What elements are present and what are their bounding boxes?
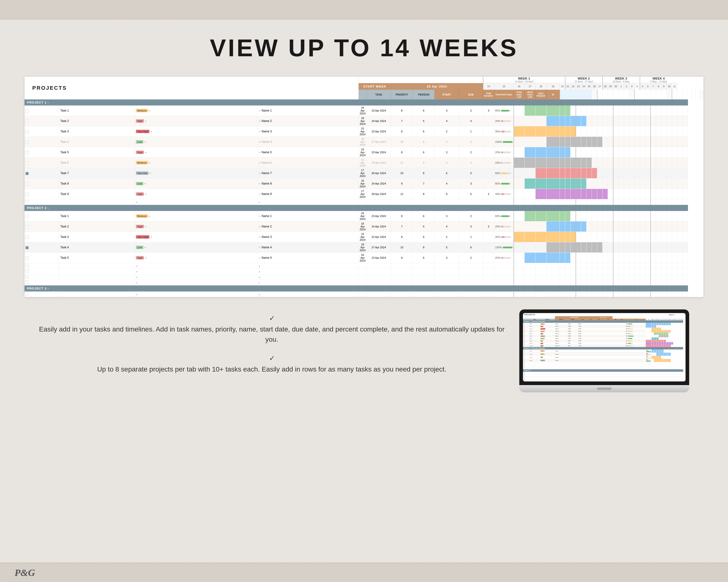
laptop-section: PROJECTSWEEK 1START WEEK13 Mar 2024TASKP…: [519, 309, 689, 392]
task-row: Task 1 Medium ▼ ▼ Name 1 16 Apr 2024 23 …: [25, 211, 703, 221]
wleft-col-header: Work Days Left: [525, 90, 536, 100]
start-week-label: START WEEK: [358, 83, 391, 90]
project-header: PROJECT 1 -: [25, 100, 703, 106]
task-row: Task 8 Low ▼ ▼ Name 8 16 Apr 2024 24 Apr…: [25, 178, 703, 189]
main-content: VIEW UP TO 14 WEEKS PROJECTS WEEK 1 14 A…: [0, 20, 728, 402]
empty-row: ▼▼: [25, 292, 703, 297]
priority-col-header: PRIORITY: [391, 90, 413, 100]
task-row: Task 7 Very low ▼ ▼ Name 7 17 Apr 2024 2…: [25, 168, 703, 178]
feature-text-2: Up to 8 separate projects per tab with 1…: [39, 364, 505, 375]
empty-row: ▼▼: [25, 274, 703, 280]
delayed-col-header: Days Delayed: [536, 90, 546, 100]
page-title: VIEW UP TO 14 WEEKS: [24, 34, 704, 62]
task-row: Task 4 Low ▼ ▼ Name 4 18 Apr 2024 27 Apr…: [25, 242, 703, 253]
task-row: Task 3 Very high ▼ ▼ Name 3 15 Apr 2024 …: [25, 232, 703, 242]
bottom-section: ✓ Easily add in your tasks and timelines…: [24, 309, 704, 392]
task-row: Task 3 Very high ▼ ▼ Name 3 15 Apr 2024 …: [25, 126, 703, 137]
week4-header: WEEK 4 5 May - 11 May: [640, 77, 677, 83]
task-row: Task 4 Low ▼ ▼ Name 4 18 Apr 2024 27 Apr…: [25, 137, 703, 147]
project-header: PROJECT 2 -: [25, 205, 703, 211]
empty-row: ▼▼: [25, 263, 703, 269]
logo: P&G: [15, 567, 35, 578]
header-top-row: PROJECTS WEEK 1 14 April - 20 April WEEK…: [25, 77, 703, 83]
task-col-header: TASK: [367, 90, 391, 100]
empty-row: ▼▼: [25, 199, 703, 205]
laptop-base: [519, 385, 689, 392]
laptop-notch: [597, 388, 612, 390]
top-border: [0, 0, 728, 20]
start-col-header: START: [435, 90, 459, 100]
projects-label: PROJECTS: [28, 82, 71, 94]
laptop-inner: PROJECTSWEEK 1START WEEK13 Mar 2024TASKP…: [523, 313, 685, 382]
date-label: 20 Apr 2024: [391, 83, 483, 90]
laptop-screen: PROJECTSWEEK 1START WEEK13 Mar 2024TASKP…: [519, 309, 689, 385]
task-row: Task 9 High ▼ ▼ Name 9 17 Apr 2024 28 Ap…: [25, 189, 703, 199]
week1-header: WEEK 1 14 April - 20 April: [483, 77, 565, 83]
dur-col-header: Total Duration: [483, 90, 494, 100]
project-header: PROJECT 3 -: [25, 285, 703, 292]
laptop-mockup: PROJECTSWEEK 1START WEEK13 Mar 2024TASKP…: [519, 309, 689, 392]
task-row: Task 5 High ▼ ▼ Name 5 16 Apr 2024 23 Ap…: [25, 147, 703, 158]
feature-block-1: ✓ Easily add in your tasks and timelines…: [39, 314, 505, 344]
task-row: Task 2 High ▼ ▼ Name 2 18 Apr 2024 24 Ap…: [25, 116, 703, 126]
week3-header: WEEK 3 28 April - 4 May: [602, 77, 640, 83]
task-row: Task 6 Medium ▼ ▼ Name 6 15 Apr 2024 25 …: [25, 158, 703, 168]
pct-col-header: %: [546, 90, 560, 100]
empty-row: ▼▼: [25, 269, 703, 274]
tleft-col-header: Total Days Left: [514, 90, 525, 100]
due-col-header: DUE: [459, 90, 483, 100]
main-spreadsheet: PROJECTS WEEK 1 14 April - 20 April WEEK…: [25, 77, 703, 297]
wdays-col-header: Total Work Days: [494, 90, 514, 100]
feature-text-1: Easily add in your tasks and timelines. …: [39, 324, 505, 344]
week2-header: WEEK 2 21 April - 27 April: [565, 77, 602, 83]
mini-spreadsheet: PROJECTSWEEK 1START WEEK13 Mar 2024TASKP…: [523, 313, 685, 382]
checkmark-1: ✓: [39, 314, 505, 322]
task-row: Task 5 High ▼ ▼ Name 5 16 Apr 2024 23 Ap…: [25, 253, 703, 263]
empty-row: ▼▼: [25, 280, 703, 285]
checkmark-2: ✓: [39, 354, 505, 362]
bottom-border: P&G: [0, 563, 728, 582]
person-col-header: PERSON: [413, 90, 435, 100]
feature-block-2: ✓ Up to 8 separate projects per tab with…: [39, 354, 505, 375]
text-section: ✓ Easily add in your tasks and timelines…: [39, 309, 505, 384]
spreadsheet-container: PROJECTS WEEK 1 14 April - 20 April WEEK…: [24, 76, 704, 297]
task-row: Task 1 Medium ▼ ▼ Name 1 16 Apr 2024 23 …: [25, 106, 703, 116]
task-row: Task 2 High ▼ ▼ Name 2 18 Apr 2024 24 Ap…: [25, 221, 703, 232]
